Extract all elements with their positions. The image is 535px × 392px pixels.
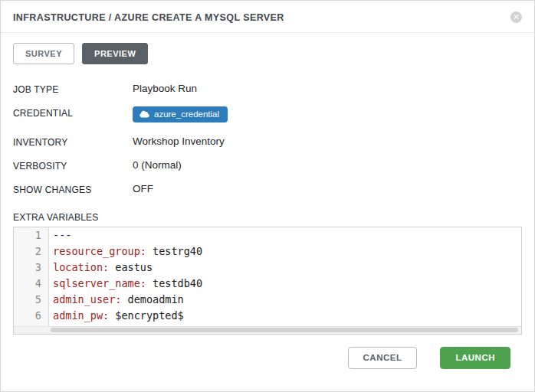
line-number: 2 — [14, 243, 48, 260]
detail-row-verbosity: VERBOSITY 0 (Normal) — [13, 159, 522, 172]
code-text: admin_user: demoadmin — [48, 292, 184, 308]
yaml-key: admin_pw: — [53, 309, 109, 322]
detail-row-inventory: INVENTORY Workshop Inventory — [13, 136, 522, 148]
line-number: 5 — [14, 292, 48, 308]
cancel-button[interactable]: CANCEL — [348, 347, 418, 369]
yaml-value: testrg40 — [146, 245, 202, 257]
job-type-label: JOB TYPE — [13, 83, 133, 95]
modal-header: INFRASTRUCTURE / AZURE CREATE A MYSQL SE… — [1, 1, 534, 33]
code-line: 5 admin_user: demoadmin — [14, 292, 521, 308]
launch-button[interactable]: LAUNCH — [440, 347, 510, 369]
yaml-key: admin_user: — [53, 293, 121, 305]
inventory-value: Workshop Inventory — [133, 136, 225, 147]
yaml-doc-separator: --- — [53, 229, 71, 241]
code-text: admin_pw: $encrypted$ — [48, 308, 184, 324]
extra-variables-label: EXTRA VARIABLES — [13, 212, 522, 223]
yaml-key: resource_group: — [53, 245, 146, 257]
horizontal-scrollbar[interactable] — [14, 326, 521, 334]
credential-label: CREDENTIAL — [13, 106, 133, 119]
code-line: 3 location: eastus — [14, 260, 521, 276]
verbosity-label: VERBOSITY — [13, 159, 133, 172]
yaml-key: sqlserver_name: — [53, 277, 146, 289]
show-changes-value: OFF — [133, 183, 153, 194]
credential-badge-label: azure_credential — [154, 109, 219, 119]
cloud-icon — [139, 110, 149, 118]
line-number: 6 — [14, 308, 48, 324]
detail-row-credential: CREDENTIAL azure_credential — [13, 106, 522, 122]
detail-row-job-type: JOB TYPE Playbook Run — [13, 83, 522, 95]
yaml-value: testdb40 — [146, 277, 202, 289]
inventory-label: INVENTORY — [13, 136, 133, 148]
extra-variables-editor[interactable]: 1 --- 2 resource_group: testrg40 3 locat… — [13, 227, 522, 335]
job-launch-preview-modal: INFRASTRUCTURE / AZURE CREATE A MYSQL SE… — [0, 0, 535, 392]
show-changes-label: SHOW CHANGES — [13, 183, 133, 195]
code-text: location: eastus — [48, 260, 153, 276]
job-type-value: Playbook Run — [133, 83, 197, 94]
yaml-value: demoadmin — [121, 293, 183, 305]
code-text: --- — [48, 227, 71, 243]
code-line: 4 sqlserver_name: testdb40 — [14, 276, 521, 292]
yaml-value: $encrypted$ — [109, 309, 184, 322]
verbosity-value: 0 (Normal) — [133, 159, 182, 171]
code-line: 1 --- — [14, 227, 521, 243]
line-number: 3 — [14, 260, 48, 276]
close-icon[interactable]: ✕ — [510, 11, 522, 23]
job-details: JOB TYPE Playbook Run CREDENTIAL azure_c… — [1, 83, 534, 195]
credential-badge[interactable]: azure_credential — [133, 106, 228, 122]
code-line: 2 resource_group: testrg40 — [14, 243, 521, 260]
tab-survey[interactable]: SURVEY — [13, 43, 74, 64]
scrollbar-thumb[interactable] — [51, 328, 518, 332]
line-number: 4 — [14, 276, 48, 292]
code-text: sqlserver_name: testdb40 — [48, 276, 202, 292]
line-number: 1 — [14, 227, 48, 243]
code-text: resource_group: testrg40 — [48, 243, 202, 260]
detail-row-show-changes: SHOW CHANGES OFF — [13, 183, 522, 195]
modal-footer: CANCEL LAUNCH — [348, 347, 510, 369]
yaml-key: location: — [53, 261, 109, 273]
code-line: 6 admin_pw: $encrypted$ — [14, 308, 521, 324]
tab-bar: SURVEY PREVIEW — [1, 33, 534, 64]
modal-title: INFRASTRUCTURE / AZURE CREATE A MYSQL SE… — [13, 12, 284, 23]
tab-preview[interactable]: PREVIEW — [82, 43, 148, 64]
yaml-value: eastus — [109, 261, 153, 273]
